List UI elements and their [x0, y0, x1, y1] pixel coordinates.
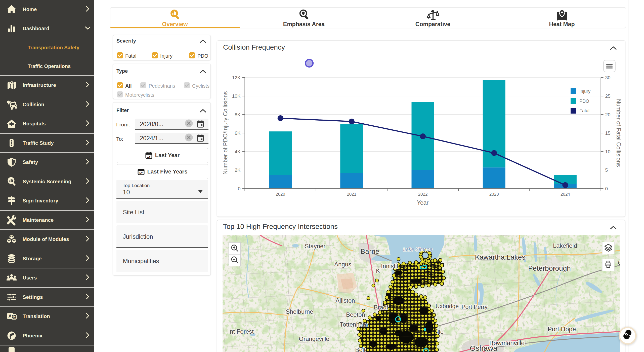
svg-text:2021: 2021 [347, 192, 356, 197]
svg-text:Bradf: Bradf [374, 304, 388, 311]
svg-text:Uxbridge: Uxbridge [436, 303, 459, 309]
svg-text:Orangeville: Orangeville [299, 335, 329, 342]
svg-text:Port Perry: Port Perry [461, 304, 488, 310]
svg-text:Barrie: Barrie [361, 248, 379, 255]
svg-text:Port Hope: Port Hope [548, 326, 576, 333]
svg-text:20: 20 [605, 112, 611, 117]
svg-text:A: A [9, 314, 12, 319]
svg-text:30: 30 [605, 75, 611, 80]
svg-text:lle: lle [438, 328, 444, 335]
svg-text:Beeton: Beeton [346, 311, 365, 318]
svg-text:0: 0 [238, 186, 241, 191]
svg-text:5Y: 5Y [139, 171, 143, 174]
svg-text:5: 5 [605, 167, 608, 173]
svg-text:Lake Simcoe: Lake Simcoe [403, 247, 432, 252]
svg-text:2022: 2022 [418, 192, 428, 197]
svg-text:12K: 12K [232, 75, 241, 80]
svg-text:Innisfil: Innisfil [381, 263, 398, 269]
svg-text:6K: 6K [235, 130, 241, 136]
svg-text:2023: 2023 [489, 192, 499, 197]
svg-text:Kawartha Lakes: Kawartha Lakes [475, 253, 526, 261]
svg-text:Number of Fatal Collisions: Number of Fatal Collisions [615, 99, 622, 167]
svg-text:2K: 2K [235, 167, 241, 173]
svg-text:2020: 2020 [276, 192, 285, 197]
svg-text:15: 15 [605, 130, 611, 136]
svg-text:25: 25 [605, 93, 611, 99]
svg-text:Peterborough: Peterborough [528, 264, 571, 272]
svg-text:Bolt: Bolt [355, 346, 366, 352]
svg-text:Injury: Injury [579, 89, 590, 94]
svg-text:2024: 2024 [561, 192, 570, 197]
svg-text:C: C [618, 259, 620, 266]
svg-text:PDO: PDO [579, 99, 589, 104]
svg-text:Tottenham: Tottenham [340, 321, 368, 328]
svg-text:Bowmanville: Bowmanville [489, 339, 525, 346]
svg-text:8K: 8K [235, 112, 241, 117]
svg-text:10: 10 [605, 149, 611, 154]
svg-text:0: 0 [605, 186, 608, 191]
svg-text:Alliston: Alliston [335, 297, 355, 304]
svg-text:Year: Year [417, 199, 429, 206]
svg-text:10K: 10K [232, 93, 241, 99]
svg-text:Shelburne: Shelburne [286, 308, 313, 315]
svg-text:K: K [376, 267, 380, 274]
svg-text:Lakefield: Lakefield [553, 242, 577, 249]
svg-text:4K: 4K [235, 149, 241, 154]
svg-text:Stayner: Stayner [305, 243, 326, 250]
svg-text:Fatal: Fatal [579, 108, 589, 113]
svg-text:文: 文 [12, 315, 16, 319]
svg-text:nt Forest: nt Forest [230, 328, 254, 335]
svg-text:1Y: 1Y [147, 155, 151, 158]
svg-text:Angus: Angus [334, 261, 351, 268]
svg-text:Number of PDO/Injury Collision: Number of PDO/Injury Collisions [222, 91, 229, 174]
